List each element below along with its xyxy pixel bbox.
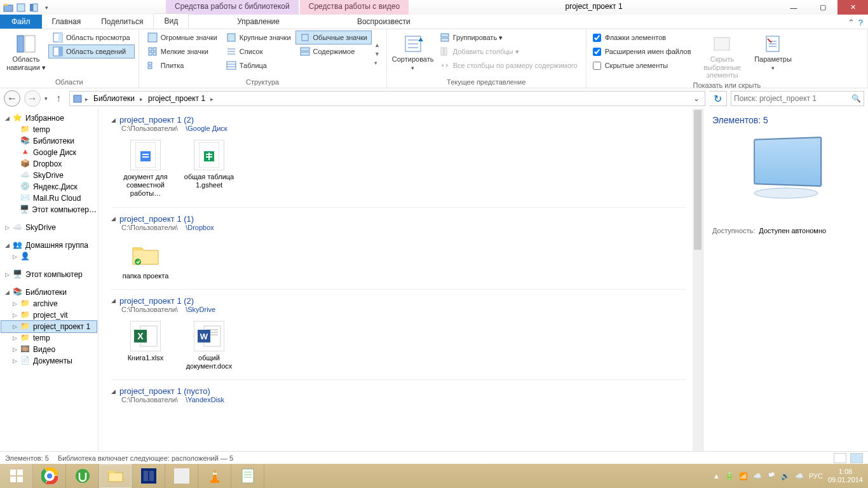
file-item[interactable]: XКнига1.xlsx xyxy=(120,321,171,370)
groupby-button[interactable]: Группировать ▾ xyxy=(435,30,582,44)
layout-sm-button[interactable]: Мелкие значки xyxy=(143,44,222,58)
layout-table-button[interactable]: Таблица xyxy=(222,58,295,72)
breadcrumb[interactable]: Библиотеки project_проект 1 ⌄ xyxy=(69,91,705,106)
layout-lg-button[interactable]: Крупные значки xyxy=(222,30,295,44)
taskbar-totalcmd[interactable] xyxy=(132,464,165,488)
file-item[interactable]: документ для совместной работы… xyxy=(120,140,171,198)
tree-fav-item[interactable]: 📚Библиотеки xyxy=(1,135,97,147)
tab-home[interactable]: Главная xyxy=(42,15,92,29)
tray-cloud-icon[interactable]: ☁️ xyxy=(753,472,762,480)
taskbar-chrome[interactable] xyxy=(33,464,66,488)
recent-locations-icon[interactable]: ▾ xyxy=(44,95,48,102)
scrollbar-thumb[interactable] xyxy=(694,110,702,250)
close-button[interactable]: ✕ xyxy=(837,0,868,15)
taskbar-unknown[interactable] xyxy=(165,464,198,488)
navigation-tree[interactable]: ◢⭐Избранное 📁temp 📚Библиотеки 🔺Google Ди… xyxy=(0,109,98,451)
up-button[interactable]: ↑ xyxy=(51,92,65,105)
file-list-inner[interactable]: ◢project_проект 1 (2) C:\Пользователи\ \… xyxy=(98,109,693,451)
search-box[interactable]: Поиск: project_проект 1 🔍 xyxy=(731,91,864,106)
file-item[interactable]: Wобщий документ.docx xyxy=(184,321,234,370)
taskbar-utorrent[interactable] xyxy=(66,464,99,488)
layout-tiles-button[interactable]: Плитка xyxy=(143,58,222,72)
tree-lib-item[interactable]: ▷📁archive xyxy=(1,298,97,309)
tree-homegroup[interactable]: ◢👥Домашняя группа xyxy=(1,240,97,251)
tree-fav-item[interactable]: ☁️SkyDrive xyxy=(1,170,97,181)
tree-favorites[interactable]: ◢⭐Избранное xyxy=(1,112,97,124)
back-button[interactable]: ← xyxy=(4,90,20,107)
taskbar-vlc[interactable] xyxy=(198,464,231,488)
tree-homegroup-item[interactable]: ▷👤 xyxy=(1,251,97,262)
maximize-button[interactable]: ▢ xyxy=(808,0,837,15)
explorer-icon[interactable] xyxy=(3,2,14,13)
tab-manage[interactable]: Управление xyxy=(227,15,290,29)
tree-fav-item[interactable]: 💿Яндекс.Диск xyxy=(1,181,97,193)
view-icons-button[interactable] xyxy=(850,453,863,463)
tray-network-icon[interactable]: 📶 xyxy=(739,472,748,480)
navigation-pane-button[interactable]: Область навигации ▾ xyxy=(4,30,48,77)
context-tab-video[interactable]: Средства работы с видео xyxy=(300,0,409,15)
crumb-sep-icon[interactable] xyxy=(84,94,90,103)
tab-share[interactable]: Поделиться xyxy=(91,15,153,29)
tray-language[interactable]: РУС xyxy=(809,472,823,480)
tree-lib-item[interactable]: ▷📄Документы xyxy=(1,355,97,367)
help-icon[interactable]: ? xyxy=(858,18,863,27)
tree-lib-item[interactable]: ▷📁temp xyxy=(1,332,97,344)
collapse-ribbon-icon[interactable]: ⌃ xyxy=(848,18,855,27)
qat-properties-icon[interactable] xyxy=(15,2,27,13)
taskbar-notepad[interactable] xyxy=(231,464,264,488)
start-button[interactable] xyxy=(0,464,33,488)
sort-button[interactable]: Сортировать xyxy=(391,30,435,77)
group-header[interactable]: ◢project_проект 1 (2) xyxy=(111,294,686,306)
qat-dropdown-icon[interactable] xyxy=(41,2,52,13)
crumb-current[interactable]: project_проект 1 xyxy=(146,94,208,103)
tab-view[interactable]: Вид xyxy=(153,13,189,29)
layout-scroll-up-icon[interactable]: ▲ xyxy=(374,42,380,48)
options-button[interactable]: Параметры xyxy=(750,30,795,80)
folder-item[interactable]: папка проекта xyxy=(120,239,171,280)
minimize-button[interactable]: — xyxy=(779,0,808,15)
view-details-button[interactable] xyxy=(834,453,846,463)
layout-detail-button[interactable]: Содержимое xyxy=(295,44,372,58)
tree-lib-item[interactable]: ▷📁project_vit xyxy=(1,309,97,321)
hidden-toggle[interactable]: Скрытые элементы xyxy=(590,58,694,72)
crumb-sep-icon[interactable] xyxy=(209,94,215,103)
tree-fav-item[interactable]: ✉️Mail.Ru Cloud xyxy=(1,193,97,204)
tree-lib-item[interactable]: ▷🎞️Видео xyxy=(1,344,97,355)
layout-md-button[interactable]: Обычные значки xyxy=(295,30,372,44)
tree-lib-item-selected[interactable]: ▷📁project_проект 1 xyxy=(1,321,97,332)
tree-fav-item[interactable]: 🖥️Этот компьютер… xyxy=(1,204,97,215)
content-scrollbar[interactable] xyxy=(693,109,703,451)
refresh-button[interactable]: ↻ xyxy=(709,91,727,106)
checkboxes-toggle[interactable]: Флажки элементов xyxy=(590,30,694,44)
preview-pane-button[interactable]: Область просмотра xyxy=(48,30,135,44)
qat-newfolder-icon[interactable] xyxy=(28,2,39,13)
crumb-libraries[interactable]: Библиотеки xyxy=(91,94,137,103)
tray-battery-icon[interactable]: 🔋 xyxy=(725,472,734,480)
layout-scroll-down-icon[interactable]: ▼ xyxy=(374,51,380,57)
tab-play[interactable]: Воспроизвести xyxy=(347,15,421,29)
tray-clock[interactable]: 1:08 09.01.2014 xyxy=(828,468,863,484)
tree-thispc[interactable]: ▷🖥️Этот компьютер xyxy=(1,269,97,280)
tree-libraries[interactable]: ◢📚Библиотеки xyxy=(1,287,97,298)
crumb-sep-icon[interactable] xyxy=(139,94,144,103)
context-tab-library[interactable]: Средства работы с библиотекой xyxy=(166,0,299,15)
group-header[interactable]: ◢project_проект 1 (2) xyxy=(111,112,686,125)
layout-list-button[interactable]: Список xyxy=(222,44,295,58)
tree-fav-item[interactable]: 📁temp xyxy=(1,124,97,135)
tray-sync-icon[interactable]: ☁️ xyxy=(795,472,804,480)
tree-fav-item[interactable]: 🔺Google Диск xyxy=(1,147,97,158)
crumb-dropdown-icon[interactable]: ⌄ xyxy=(691,94,702,103)
tree-fav-item[interactable]: 📦Dropbox xyxy=(1,158,97,170)
taskbar-explorer[interactable] xyxy=(99,464,132,488)
group-header[interactable]: ◢project_проект 1 (пусто) xyxy=(111,384,686,396)
layout-xl-button[interactable]: Огромные значки xyxy=(143,30,222,44)
details-pane-button[interactable]: Область сведений xyxy=(48,44,135,58)
group-header[interactable]: ◢project_проект 1 (1) xyxy=(111,212,686,224)
extensions-toggle[interactable]: Расширения имен файлов xyxy=(590,44,694,58)
tray-volume-icon[interactable]: 🔊 xyxy=(781,472,790,480)
tray-overflow-icon[interactable]: ▲ xyxy=(713,472,720,480)
file-item[interactable]: общая таблица 1.gsheet xyxy=(184,140,234,198)
tab-file[interactable]: Файл xyxy=(0,15,42,29)
tree-skydrive[interactable]: ▷☁️SkyDrive xyxy=(1,222,97,233)
layout-more-icon[interactable]: ▾ xyxy=(374,60,380,66)
